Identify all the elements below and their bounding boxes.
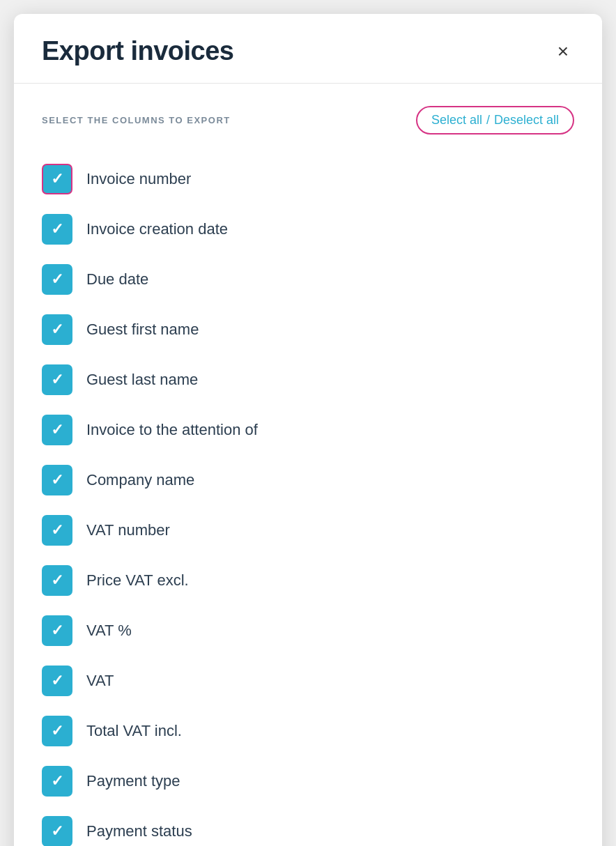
checkbox-label-vat: VAT (86, 672, 114, 690)
checkmark-icon: ✓ (51, 222, 63, 237)
checkbox-box-vat-percent[interactable]: ✓ (42, 615, 72, 646)
checkbox-item-payment-type[interactable]: ✓ Payment type (42, 756, 574, 806)
modal-header: Export invoices × (14, 14, 602, 84)
deselect-all-link[interactable]: Deselect all (494, 113, 559, 128)
checkmark-icon: ✓ (51, 372, 63, 387)
checkmark-icon: ✓ (51, 673, 63, 689)
checkbox-label-vat-number: VAT number (86, 521, 170, 539)
checkbox-box-payment-type[interactable]: ✓ (42, 766, 72, 797)
checkmark-icon: ✓ (51, 774, 63, 789)
checkbox-label-payment-status: Payment status (86, 822, 192, 840)
checkbox-label-due-date: Due date (86, 270, 148, 289)
checkmark-icon: ✓ (51, 723, 63, 739)
checkbox-item-price-vat-excl[interactable]: ✓ Price VAT excl. (42, 555, 574, 606)
checkbox-box-vat-number[interactable]: ✓ (42, 515, 72, 546)
checkbox-item-payment-status[interactable]: ✓ Payment status (42, 806, 574, 846)
checkbox-box-invoice-creation-date[interactable]: ✓ (42, 214, 72, 245)
checkbox-label-price-vat-excl: Price VAT excl. (86, 571, 189, 590)
checkbox-item-vat[interactable]: ✓ VAT (42, 656, 574, 706)
checkbox-box-guest-last-name[interactable]: ✓ (42, 364, 72, 395)
columns-header-row: SELECT THE COLUMNS TO EXPORT Select all … (42, 106, 574, 134)
checkbox-label-invoice-attention: Invoice to the attention of (86, 421, 258, 439)
checkbox-label-total-vat-incl: Total VAT incl. (86, 722, 182, 740)
checkmark-icon: ✓ (51, 322, 63, 337)
checkbox-item-total-vat-incl[interactable]: ✓ Total VAT incl. (42, 706, 574, 756)
checkmark-icon: ✓ (51, 422, 63, 438)
checkmark-icon: ✓ (51, 623, 63, 638)
checkbox-box-vat[interactable]: ✓ (42, 666, 72, 696)
modal-body: SELECT THE COLUMNS TO EXPORT Select all … (14, 84, 602, 846)
checkbox-item-due-date[interactable]: ✓ Due date (42, 254, 574, 305)
select-actions-wrapper: Select all / Deselect all (416, 106, 574, 134)
close-button[interactable]: × (552, 39, 574, 64)
checkbox-label-guest-last-name: Guest last name (86, 371, 198, 389)
checkbox-item-company-name[interactable]: ✓ Company name (42, 455, 574, 505)
modal-title: Export invoices (42, 36, 233, 66)
checkbox-item-guest-first-name[interactable]: ✓ Guest first name (42, 305, 574, 355)
checkmark-icon: ✓ (51, 824, 63, 839)
checkbox-label-payment-type: Payment type (86, 772, 180, 790)
checkbox-label-company-name: Company name (86, 471, 194, 489)
columns-label: SELECT THE COLUMNS TO EXPORT (42, 115, 231, 125)
checkbox-label-invoice-number: Invoice number (86, 170, 191, 188)
checkbox-box-price-vat-excl[interactable]: ✓ (42, 565, 72, 596)
checkbox-box-invoice-attention[interactable]: ✓ (42, 415, 72, 445)
checkmark-icon: ✓ (51, 573, 63, 588)
checkbox-label-invoice-creation-date: Invoice creation date (86, 220, 228, 238)
checkbox-box-guest-first-name[interactable]: ✓ (42, 314, 72, 345)
checkbox-label-vat-percent: VAT % (86, 622, 132, 640)
checkmark-icon: ✓ (51, 171, 63, 187)
checkbox-box-invoice-number[interactable]: ✓ (42, 164, 72, 194)
select-all-link[interactable]: Select all (431, 113, 482, 128)
checkbox-box-payment-status[interactable]: ✓ (42, 816, 72, 846)
checkbox-item-guest-last-name[interactable]: ✓ Guest last name (42, 355, 574, 405)
checkbox-item-invoice-creation-date[interactable]: ✓ Invoice creation date (42, 204, 574, 254)
checkbox-label-guest-first-name: Guest first name (86, 321, 199, 339)
checkbox-item-vat-number[interactable]: ✓ VAT number (42, 505, 574, 555)
checkbox-box-company-name[interactable]: ✓ (42, 465, 72, 495)
checkbox-box-due-date[interactable]: ✓ (42, 264, 72, 295)
checkbox-item-invoice-number[interactable]: ✓ Invoice number (42, 154, 574, 204)
separator: / (486, 113, 490, 128)
checkmark-icon: ✓ (51, 472, 63, 488)
checkmark-icon: ✓ (51, 272, 63, 287)
checkbox-list: ✓ Invoice number ✓ Invoice creation date… (42, 154, 574, 846)
checkmark-icon: ✓ (51, 523, 63, 538)
checkbox-box-total-vat-incl[interactable]: ✓ (42, 716, 72, 746)
checkbox-item-vat-percent[interactable]: ✓ VAT % (42, 606, 574, 656)
checkbox-item-invoice-attention[interactable]: ✓ Invoice to the attention of (42, 405, 574, 455)
export-invoices-modal: Export invoices × SELECT THE COLUMNS TO … (14, 14, 602, 846)
